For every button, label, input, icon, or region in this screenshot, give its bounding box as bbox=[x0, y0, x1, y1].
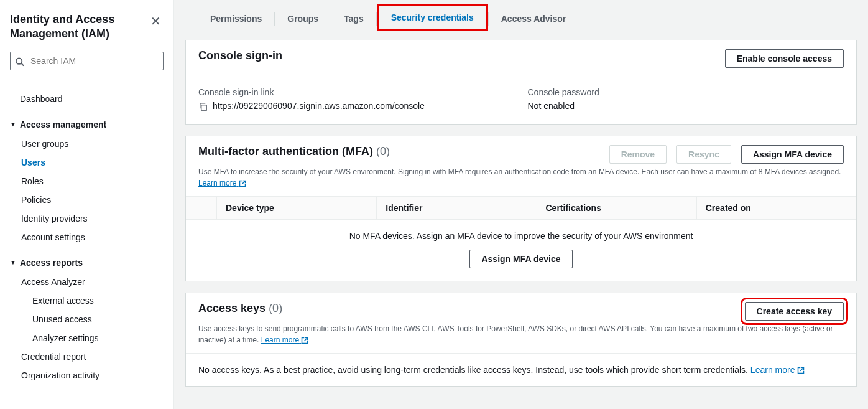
nav-roles[interactable]: Roles bbox=[10, 172, 173, 190]
create-access-key-button[interactable]: Create access key bbox=[745, 302, 844, 321]
tab-tags[interactable]: Tags bbox=[331, 7, 376, 30]
external-link-icon bbox=[239, 180, 246, 187]
th-device-type: Device type bbox=[217, 197, 377, 219]
nav-section-access-reports[interactable]: ▼ Access reports bbox=[10, 253, 173, 273]
access-keys-title-text: Access keys bbox=[198, 302, 265, 314]
th-checkbox bbox=[186, 197, 217, 219]
nav-identity-providers[interactable]: Identity providers bbox=[10, 209, 173, 228]
access-keys-description: Use access keys to send programmatic cal… bbox=[186, 323, 856, 353]
mfa-title-text: Multi-factor authentication (MFA) bbox=[198, 145, 373, 157]
remove-mfa-button: Remove bbox=[609, 145, 667, 164]
panel-title: Access keys (0) bbox=[198, 302, 282, 315]
assign-mfa-device-empty-button[interactable]: Assign MFA device bbox=[469, 250, 572, 268]
tab-permissions[interactable]: Permissions bbox=[198, 7, 274, 30]
resync-mfa-button: Resync bbox=[676, 145, 731, 164]
console-password-label: Console password bbox=[528, 87, 832, 97]
caret-down-icon: ▼ bbox=[10, 259, 16, 266]
nav-organization-activity[interactable]: Organization activity bbox=[10, 366, 173, 385]
mfa-description: Use MFA to increase the security of your… bbox=[186, 166, 856, 196]
nav-users[interactable]: Users bbox=[10, 153, 173, 172]
mfa-learn-more-link[interactable]: Learn more bbox=[198, 179, 246, 187]
sidebar: Identity and Access Management (IAM) ✕ D… bbox=[0, 0, 174, 409]
signin-link-label: Console sign-in link bbox=[198, 87, 502, 97]
main-content: Permissions Groups Tags Security credent… bbox=[174, 0, 868, 409]
access-keys-empty-learn-more-link[interactable]: Learn more bbox=[750, 365, 805, 375]
copy-icon[interactable] bbox=[198, 101, 208, 111]
nav-unused-access[interactable]: Unused access bbox=[10, 310, 173, 329]
nav-section-label: Access reports bbox=[20, 258, 83, 268]
nav-section-label: Access management bbox=[20, 120, 106, 129]
divider bbox=[10, 78, 164, 78]
mfa-table-header: Device type Identifier Certifications Cr… bbox=[186, 196, 856, 220]
sidebar-title: Identity and Access Management (IAM) bbox=[10, 12, 134, 42]
search-box bbox=[10, 52, 164, 70]
search-input[interactable] bbox=[10, 52, 164, 70]
close-icon[interactable]: ✕ bbox=[148, 12, 164, 30]
mfa-count: (0) bbox=[376, 145, 390, 157]
nav-access-analyzer[interactable]: Access Analyzer bbox=[10, 273, 173, 291]
tab-groups[interactable]: Groups bbox=[275, 7, 331, 30]
panel-title: Multi-factor authentication (MFA) (0) bbox=[198, 145, 390, 158]
th-created-on: Created on bbox=[697, 197, 856, 219]
svg-point-0 bbox=[16, 58, 22, 63]
mfa-empty-message: No MFA devices. Assign an MFA device to … bbox=[186, 220, 856, 250]
nav-dashboard[interactable]: Dashboard bbox=[10, 90, 173, 108]
panel-mfa: Multi-factor authentication (MFA) (0) Re… bbox=[185, 136, 857, 281]
tab-access-advisor[interactable]: Access Advisor bbox=[489, 7, 579, 30]
external-link-icon bbox=[301, 337, 308, 344]
external-link-icon bbox=[797, 367, 805, 374]
access-keys-learn-more-link[interactable]: Learn more bbox=[261, 336, 309, 344]
console-password-value: Not enabled bbox=[528, 101, 832, 111]
nav-analyzer-settings[interactable]: Analyzer settings bbox=[10, 329, 173, 347]
svg-rect-2 bbox=[201, 105, 206, 110]
access-keys-count: (0) bbox=[269, 302, 282, 314]
panel-title: Console sign-in bbox=[198, 49, 282, 62]
nav-section-access-management[interactable]: ▼ Access management bbox=[10, 115, 173, 134]
nav-policies[interactable]: Policies bbox=[10, 190, 173, 209]
nav-credential-report[interactable]: Credential report bbox=[10, 347, 173, 366]
panel-console-signin: Console sign-in Enable console access Co… bbox=[185, 40, 857, 125]
nav-external-access[interactable]: External access bbox=[10, 291, 173, 310]
nav-account-settings[interactable]: Account settings bbox=[10, 228, 173, 247]
search-icon bbox=[15, 55, 24, 66]
svg-line-1 bbox=[21, 63, 24, 65]
enable-console-access-button[interactable]: Enable console access bbox=[725, 49, 844, 68]
caret-down-icon: ▼ bbox=[10, 121, 16, 128]
th-certifications: Certifications bbox=[537, 197, 697, 219]
tab-security-credentials[interactable]: Security credentials bbox=[377, 4, 488, 31]
assign-mfa-device-button[interactable]: Assign MFA device bbox=[741, 145, 844, 164]
access-keys-empty-message: No access keys. As a best practice, avoi… bbox=[186, 353, 856, 386]
panel-access-keys: Access keys (0) Create access key Use ac… bbox=[185, 293, 857, 387]
nav-user-groups[interactable]: User groups bbox=[10, 134, 173, 153]
th-identifier: Identifier bbox=[377, 197, 537, 219]
signin-link-value: https://092290060907.signin.aws.amazon.c… bbox=[213, 101, 425, 111]
tabs: Permissions Groups Tags Security credent… bbox=[185, 0, 857, 31]
